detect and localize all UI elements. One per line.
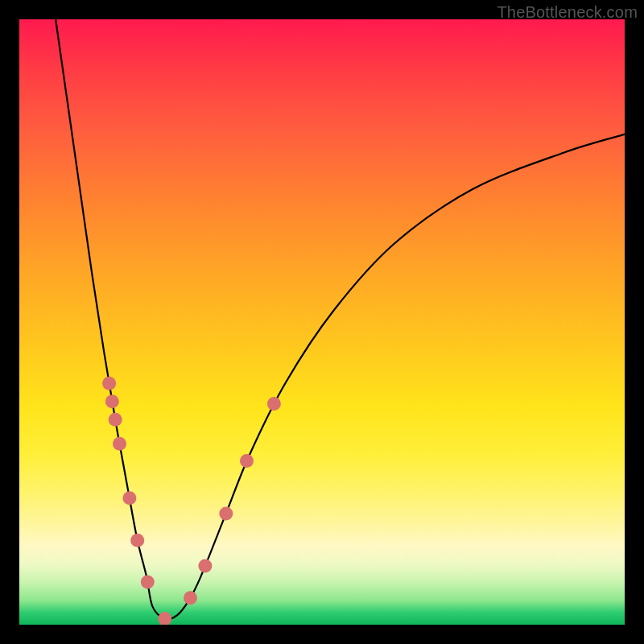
plot-area: [19, 19, 625, 625]
gradient-background: [19, 19, 625, 625]
watermark-text: TheBottleneck.com: [497, 3, 638, 22]
chart-frame: TheBottleneck.com: [0, 0, 644, 644]
